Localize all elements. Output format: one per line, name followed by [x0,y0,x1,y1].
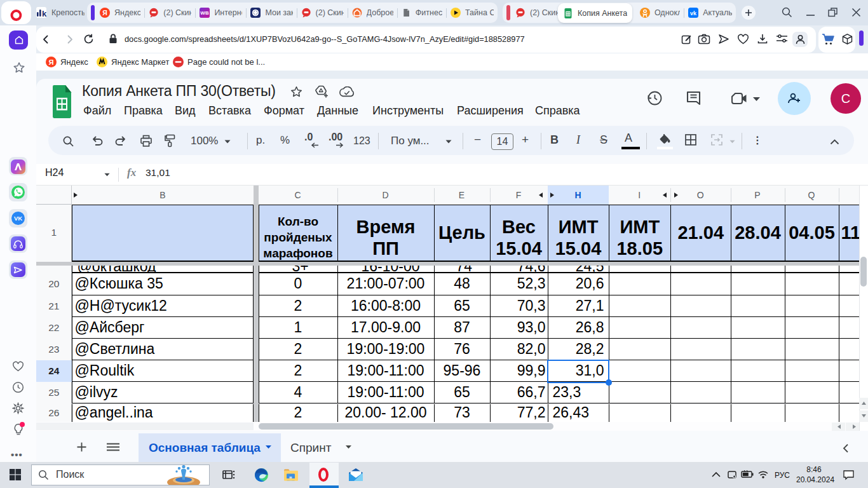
svg-text:k: k [42,9,47,18]
svg-text:VK: VK [14,215,22,222]
